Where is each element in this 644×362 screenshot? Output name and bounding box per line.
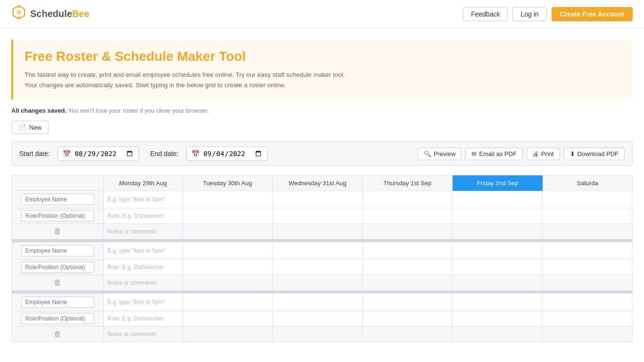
role-shift-cell (182, 260, 272, 275)
download-pdf-button[interactable]: ⬇ Download PDF (564, 148, 625, 160)
feedback-button[interactable]: Feedback (463, 7, 508, 21)
print-button[interactable]: 🖨 Print (527, 148, 560, 160)
header-col-sat: Saturda (543, 176, 633, 191)
table-row: E.g. type "9am to 5pm" (12, 294, 633, 311)
role-shift-cell (363, 311, 453, 327)
shift-input[interactable] (543, 191, 632, 208)
download-label: Download PDF (578, 150, 619, 157)
shift-input[interactable] (272, 294, 362, 311)
shift-input[interactable] (183, 242, 272, 259)
table-row: E.g. type "9am to 5pm" (12, 191, 633, 208)
shift-cell (543, 191, 633, 208)
table-row: 🗑Notes or comments (12, 224, 633, 239)
role-cell (12, 311, 104, 327)
shift-input[interactable] (183, 191, 272, 208)
hero-title-post: Tool (215, 49, 246, 64)
shift-cell (182, 191, 272, 208)
shift-input[interactable] (363, 242, 452, 259)
role-shift-cell (363, 208, 453, 224)
role-input[interactable] (21, 313, 94, 324)
logo-icon (11, 5, 26, 23)
delete-cell: 🗑 (12, 224, 104, 239)
notes-cell (182, 224, 272, 239)
status-note: You won't lose your roster if you close … (68, 107, 209, 114)
end-date-input[interactable] (203, 149, 263, 158)
logo: ScheduleBee (11, 5, 90, 23)
role-shift-cell (543, 208, 633, 224)
role-shift-cell (272, 311, 363, 327)
preview-button[interactable]: 🔍 Preview (418, 148, 462, 160)
main-content: All changes saved. You won't lose your r… (0, 107, 644, 354)
notes-cell (272, 224, 363, 239)
delete-row-button[interactable]: 🗑 (54, 279, 61, 287)
shift-input[interactable] (453, 242, 542, 259)
table-row: Role: E.g. Dishwasher (12, 311, 633, 327)
notes-cell (543, 224, 633, 239)
schedule-table: Monday 29th Aug Tuesday 30th Aug Wednesd… (11, 175, 633, 342)
login-button[interactable]: Log in (512, 7, 546, 21)
role-eg-placeholder: Role: E.g. Dishwasher (104, 311, 182, 326)
delete-row-button[interactable]: 🗑 (54, 227, 61, 235)
shift-cell (543, 242, 633, 260)
notes-placeholder: Notes or comments (104, 327, 182, 342)
notes-cell (453, 275, 543, 291)
header-col-thu: Thursday 1st Sep (363, 176, 453, 191)
notes-cell (272, 327, 363, 342)
role-eg-placeholder: Role: E.g. Dishwasher (104, 260, 182, 275)
start-date-input[interactable] (74, 149, 134, 158)
header-col-mon: Monday 29th Aug (104, 176, 183, 191)
notes-cell: Notes or comments (104, 275, 183, 291)
employee-name-input[interactable] (21, 296, 94, 308)
shift-input[interactable] (183, 294, 272, 311)
notes-cell (363, 327, 453, 342)
shift-input[interactable] (272, 242, 362, 259)
shift-input[interactable] (363, 294, 452, 311)
email-pdf-button[interactable]: ✉ Email as PDF (465, 148, 522, 160)
create-account-button[interactable]: Create Free Account (552, 7, 633, 21)
hero-banner: Free Roster & Schedule Maker Tool The fa… (11, 40, 633, 99)
status-bar: All changes saved. You won't lose your r… (11, 107, 633, 114)
employee-name-cell (12, 294, 104, 311)
shift-input[interactable] (272, 191, 362, 208)
date-actions: 🔍 Preview ✉ Email as PDF 🖨 Print ⬇ Downl… (418, 148, 625, 160)
shift-cell (363, 242, 453, 260)
calendar-icon-end: 📅 (191, 150, 199, 157)
notes-cell (453, 327, 543, 342)
shift-input[interactable] (453, 191, 542, 208)
notes-cell (182, 275, 272, 291)
date-bar: Start date: 📅 End date: 📅 🔍 Preview ✉ Em… (11, 141, 633, 166)
print-label: Print (541, 150, 554, 157)
header-col-tue: Tuesday 30th Aug (182, 176, 272, 191)
notes-cell (543, 327, 633, 342)
table-row: Role: E.g. Dishwasher (12, 208, 633, 224)
end-date-input-wrapper: 📅 (186, 147, 268, 161)
document-icon: 📄 (18, 123, 26, 131)
shift-input[interactable] (363, 191, 452, 208)
employee-name-input[interactable] (21, 245, 94, 256)
role-input[interactable] (21, 210, 94, 222)
header-col-name (12, 176, 104, 191)
hero-title: Free Roster & Schedule Maker Tool (25, 49, 621, 64)
table-row: Role: E.g. Dishwasher (12, 260, 633, 275)
role-shift-cell (453, 260, 543, 275)
role-shift-cell: Role: E.g. Dishwasher (104, 311, 183, 327)
end-date-label: End date: (150, 150, 179, 157)
notes-placeholder: Notes or comments (104, 224, 182, 239)
role-shift-cell (272, 260, 363, 275)
preview-icon: 🔍 (424, 150, 431, 157)
shift-input[interactable] (453, 294, 542, 311)
delete-cell: 🗑 (12, 275, 104, 291)
notes-cell (272, 275, 363, 291)
employee-name-cell (12, 242, 104, 260)
shift-input[interactable] (543, 294, 632, 311)
new-button[interactable]: 📄 New (11, 121, 49, 134)
delete-row-button[interactable]: 🗑 (54, 330, 61, 338)
preview-label: Preview (434, 150, 455, 157)
role-input[interactable] (21, 262, 94, 273)
employee-name-input[interactable] (21, 194, 94, 205)
shift-input[interactable] (543, 242, 632, 259)
shift-cell (543, 294, 633, 311)
new-button-label: New (29, 124, 41, 131)
hero-desc-2: Your changes are automatically saved. St… (25, 80, 621, 90)
table-row: E.g. type "9am to 5pm" (12, 242, 633, 260)
